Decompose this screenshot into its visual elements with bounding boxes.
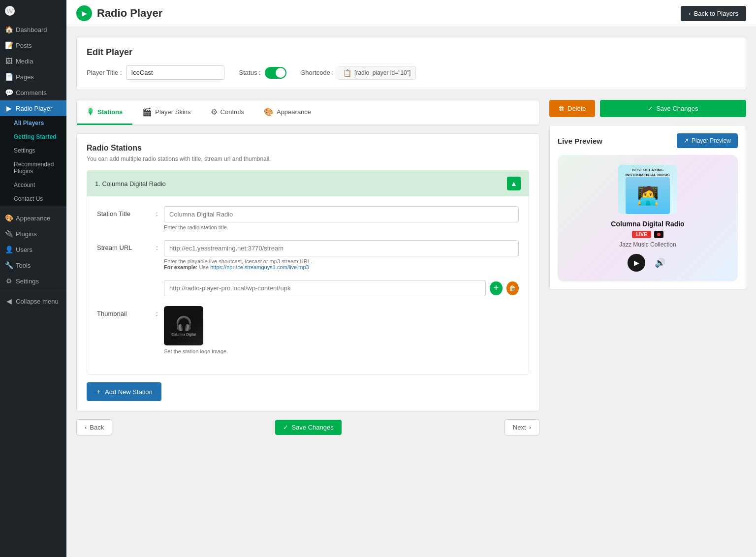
check-icon: ✓ — [283, 424, 288, 431]
plus-icon: ＋ — [95, 387, 102, 396]
rec-dot-icon — [657, 233, 661, 236]
thumbnail-preview[interactable]: 🎧 Columna Digital — [164, 306, 203, 345]
appearance-tab-icon: 🎨 — [264, 107, 274, 117]
bottom-save-changes-button[interactable]: ✓ Save Changes — [275, 420, 341, 435]
sidebar-item-appearance[interactable]: 🎨 Appearance — [0, 210, 66, 226]
radio-player-logo-icon: ▶ — [76, 5, 92, 21]
stations-tab-icon: 🎙 — [87, 108, 94, 117]
toggle-knob — [276, 68, 285, 78]
example-label: For example: — [164, 264, 197, 270]
sidebar-item-label: Dashboard — [16, 26, 47, 33]
stream-url-input[interactable] — [164, 240, 519, 256]
topbar: ▶ Radio Player ‹ Back to Players — [66, 0, 756, 27]
checkmark-icon: ✓ — [648, 105, 653, 112]
stream-url-example-link[interactable]: https://npr-ice.streamguys1.com/live.mp3 — [210, 264, 309, 270]
tabs-card: 🎙 Stations 🎬 Player Skins ⚙ Controls — [76, 100, 539, 125]
player-title-field-group: Player Title : — [87, 65, 224, 80]
status-label: Status : — [239, 69, 261, 76]
sidebar-item-comments[interactable]: 💬 Comments — [0, 85, 66, 100]
delete-button[interactable]: 🗑 Delete — [549, 100, 595, 117]
sidebar-logo: W — [0, 0, 66, 22]
remove-image-button[interactable]: 🗑 — [506, 281, 519, 295]
page-title: Radio Player — [97, 7, 162, 20]
sidebar-item-posts[interactable]: 📝 Posts — [0, 37, 66, 53]
volume-button[interactable]: 🔊 — [652, 255, 668, 271]
tab-stations[interactable]: 🎙 Stations — [77, 100, 132, 125]
tab-player-skins[interactable]: 🎬 Player Skins — [132, 100, 200, 125]
sidebar-item-pages[interactable]: 📄 Pages — [0, 69, 66, 85]
thumbnail-station-label: Columna Digital — [171, 333, 195, 336]
comments-icon: 💬 — [5, 89, 13, 96]
main-column: 🎙 Stations 🎬 Player Skins ⚙ Controls — [76, 100, 539, 443]
tab-appearance[interactable]: 🎨 Appearance — [254, 100, 321, 125]
topbar-left: ▶ Radio Player — [76, 5, 162, 21]
sidebar-item-label: Media — [16, 58, 33, 65]
back-to-players-button[interactable]: ‹ Back to Players — [681, 6, 746, 21]
player-widget: BEST RELAXING INSTRUMENTAL MUSIC 🧑‍💻 Col… — [558, 155, 738, 281]
sidebar-item-label: Users — [16, 246, 32, 253]
trash-icon: 🗑 — [558, 105, 565, 112]
player-station-name: Columna Digital Radio — [567, 220, 728, 228]
thumbnail-url-input[interactable] — [164, 280, 486, 296]
two-col-layout: 🎙 Stations 🎬 Player Skins ⚙ Controls — [76, 100, 746, 443]
submenu-settings[interactable]: Settings — [0, 144, 66, 157]
edit-player-title: Edit Player — [87, 47, 736, 58]
sidebar-item-settings[interactable]: ⚙ Settings — [0, 273, 66, 289]
save-changes-button[interactable]: ✓ Save Changes — [600, 100, 746, 117]
player-album-art: BEST RELAXING INSTRUMENTAL MUSIC 🧑‍💻 — [618, 165, 677, 214]
play-button[interactable]: ▶ — [628, 254, 645, 272]
shortcode-copy-icon: 📋 — [343, 69, 351, 77]
album-art-person: 🧑‍💻 — [626, 177, 670, 214]
thumbnail-field-content: 🎧 Columna Digital Set the station logo i… — [164, 306, 519, 354]
station-collapse-chevron[interactable]: ▲ — [507, 177, 521, 190]
sidebar-item-collapse[interactable]: ◀ Collapse menu — [0, 293, 66, 309]
album-art-text: BEST RELAXING INSTRUMENTAL MUSIC — [621, 168, 674, 177]
sidebar-item-label: Appearance — [16, 215, 50, 222]
sidebar-item-media[interactable]: 🖼 Media — [0, 53, 66, 69]
shortcode-box[interactable]: 📋 [radio_player id="10"] — [338, 66, 416, 80]
submenu-recommended-plugins[interactable]: Recommended Plugins — [0, 157, 66, 178]
side-column: 🗑 Delete ✓ Save Changes Live Preview ↗ — [549, 100, 746, 443]
station-header[interactable]: 1. Columna Digital Radio ▲ — [87, 171, 529, 196]
settings-icon: ⚙ — [5, 277, 13, 285]
player-preview-button[interactable]: ↗ Player Preview — [677, 133, 738, 148]
radio-player-submenu: All Players Getting Started Settings Rec… — [0, 116, 66, 206]
sidebar-item-label: Posts — [16, 42, 32, 49]
stations-card: Radio Stations You can add multiple radi… — [76, 133, 539, 411]
thumbnail-url-field: + 🗑 — [97, 280, 519, 296]
thumbnail-url-label-blank — [97, 280, 156, 284]
back-button[interactable]: ‹ Back — [76, 419, 112, 435]
sidebar: W 🏠 Dashboard 📝 Posts 🖼 Media 📄 Pages 💬 … — [0, 0, 66, 557]
sidebar-item-users[interactable]: 👤 Users — [0, 242, 66, 257]
tools-icon: 🔧 — [5, 261, 13, 269]
sidebar-item-label: Collapse menu — [16, 298, 59, 305]
next-button[interactable]: Next › — [504, 419, 539, 435]
sidebar-item-radio-player[interactable]: ▶ Radio Player — [0, 100, 66, 116]
shortcode-value: [radio_player id="10"] — [354, 69, 410, 76]
status-toggle[interactable] — [265, 67, 286, 79]
submenu-getting-started[interactable]: Getting Started — [0, 130, 66, 144]
appearance-icon: 🎨 — [5, 214, 13, 222]
add-image-button[interactable]: + — [490, 281, 502, 295]
sidebar-item-dashboard[interactable]: 🏠 Dashboard — [0, 22, 66, 37]
thumbnail-field: Thumbnail : 🎧 Columna Digital — [97, 306, 519, 354]
submenu-account[interactable]: Account — [0, 178, 66, 192]
collapse-icon: ◀ — [5, 297, 13, 305]
stations-description: You can add multiple radio stations with… — [87, 155, 529, 162]
player-title-label: Player Title : — [87, 69, 122, 76]
add-new-station-button[interactable]: ＋ Add New Station — [87, 382, 161, 401]
sidebar-item-label: Tools — [16, 262, 31, 269]
controls-tab-icon: ⚙ — [211, 107, 218, 117]
submenu-all-players[interactable]: All Players — [0, 116, 66, 130]
player-title-input[interactable] — [126, 65, 224, 80]
sidebar-item-tools[interactable]: 🔧 Tools — [0, 257, 66, 273]
thumbnail-label: Thumbnail — [97, 306, 156, 317]
external-link-icon: ↗ — [684, 137, 689, 144]
sidebar-item-plugins[interactable]: 🔌 Plugins — [0, 226, 66, 242]
station-title-input[interactable] — [164, 206, 519, 222]
submenu-contact-us[interactable]: Contact Us — [0, 192, 66, 206]
posts-icon: 📝 — [5, 41, 13, 49]
live-preview-header: Live Preview ↗ Player Preview — [558, 133, 738, 148]
tab-controls[interactable]: ⚙ Controls — [201, 100, 254, 125]
thumbnail-url-row: + 🗑 — [164, 280, 519, 296]
